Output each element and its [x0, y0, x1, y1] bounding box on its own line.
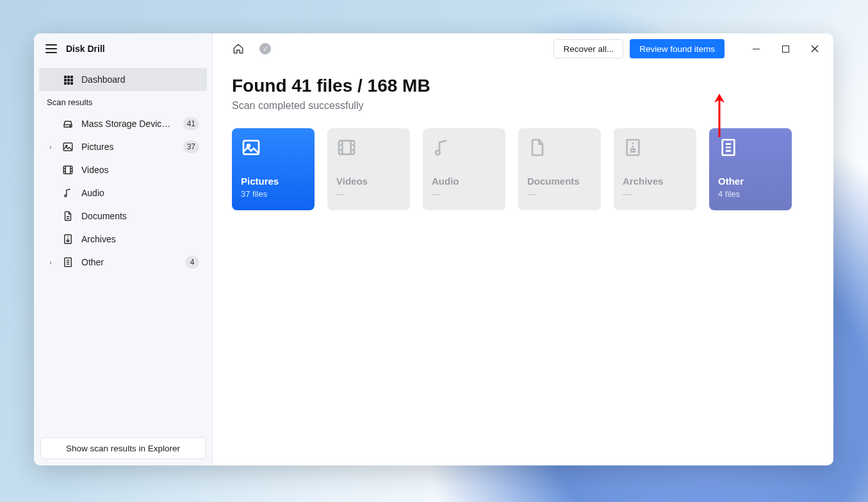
- card-subtitle: —: [623, 189, 687, 199]
- card-pictures[interactable]: Pictures 37 files: [232, 128, 315, 210]
- status-text: Scan completed successfully: [232, 100, 814, 112]
- nav-item-audio[interactable]: › Audio: [39, 181, 207, 205]
- nav-item-label: Pictures: [81, 142, 176, 152]
- card-documents[interactable]: Documents —: [518, 128, 601, 210]
- music-icon: [62, 187, 74, 199]
- home-icon[interactable]: [228, 38, 249, 59]
- nav-item-videos[interactable]: › Videos: [39, 158, 207, 181]
- close-icon[interactable]: [800, 36, 830, 62]
- nav-dashboard[interactable]: › Dashboard: [39, 68, 207, 91]
- card-title: Pictures: [241, 176, 306, 187]
- other-icon: [718, 137, 739, 158]
- nav-badge: 4: [185, 256, 199, 269]
- card-videos[interactable]: Videos —: [327, 128, 410, 210]
- card-subtitle: —: [527, 189, 592, 199]
- card-subtitle: —: [336, 189, 401, 199]
- sidebar-footer: Show scan results in Explorer: [34, 431, 212, 465]
- maximize-icon[interactable]: [771, 36, 800, 62]
- archive-icon: [623, 137, 643, 158]
- nav-item-label: Mass Storage Device USB...: [81, 119, 176, 129]
- nav-section-scan-results: Scan results: [39, 91, 207, 112]
- svg-rect-8: [782, 46, 789, 52]
- drive-icon: [62, 118, 74, 130]
- picture-icon: [241, 137, 261, 158]
- document-icon: [527, 137, 548, 158]
- titlebar: Disk Drill: [34, 33, 212, 64]
- app-window: Disk Drill › Dashboard Scan results › M: [34, 33, 833, 465]
- archive-icon: [62, 233, 74, 245]
- nav-item-pictures[interactable]: › Pictures 37: [39, 135, 207, 158]
- card-title: Documents: [527, 176, 592, 187]
- grid-icon: [62, 74, 74, 85]
- window-controls: [741, 36, 830, 62]
- svg-point-12: [436, 151, 440, 155]
- chevron-right-icon: ›: [47, 259, 54, 266]
- card-subtitle: —: [432, 189, 496, 199]
- hamburger-icon[interactable]: [45, 44, 57, 53]
- svg-point-4: [65, 195, 67, 197]
- svg-point-0: [70, 126, 71, 127]
- card-subtitle: 37 files: [241, 189, 306, 199]
- nav-item-label: Videos: [81, 165, 199, 175]
- nav-dashboard-label: Dashboard: [81, 74, 199, 85]
- nav-item-device[interactable]: › Mass Storage Device USB... 41: [39, 112, 207, 135]
- card-title: Audio: [432, 176, 496, 187]
- review-found-items-button[interactable]: Review found items: [630, 39, 725, 58]
- picture-icon: [62, 141, 74, 153]
- nav-item-label: Audio: [81, 188, 199, 198]
- other-icon: [62, 256, 74, 268]
- nav-badge: 37: [183, 140, 199, 153]
- card-title: Archives: [623, 176, 687, 187]
- show-in-explorer-button[interactable]: Show scan results in Explorer: [40, 437, 206, 459]
- card-title: Other: [718, 176, 783, 187]
- status-check-icon: ✓: [255, 38, 275, 59]
- nav-item-label: Archives: [81, 234, 199, 244]
- film-icon: [336, 137, 357, 158]
- card-audio[interactable]: Audio —: [423, 128, 505, 210]
- sidebar: Disk Drill › Dashboard Scan results › M: [34, 33, 213, 465]
- app-title: Disk Drill: [66, 44, 105, 54]
- nav-item-label: Documents: [81, 211, 199, 221]
- nav-item-documents[interactable]: › Documents: [39, 205, 207, 228]
- svg-rect-7: [753, 49, 760, 49]
- chevron-right-icon: ›: [47, 144, 54, 151]
- topbar: ✓ Recover all... Review found items: [213, 33, 833, 64]
- content: Found 41 files / 168 MB Scan completed s…: [213, 64, 833, 222]
- svg-rect-3: [63, 166, 72, 174]
- document-icon: [62, 210, 74, 222]
- card-subtitle: 4 files: [718, 189, 783, 199]
- page-title: Found 41 files / 168 MB: [232, 76, 814, 96]
- main: ✓ Recover all... Review found items Foun…: [213, 33, 833, 465]
- music-icon: [432, 137, 452, 158]
- nav-item-label: Other: [81, 257, 177, 267]
- category-cards: Pictures 37 files Videos — Audio: [232, 128, 814, 210]
- nav: › Dashboard Scan results › Mass Storage …: [34, 64, 212, 431]
- card-archives[interactable]: Archives —: [614, 128, 696, 210]
- nav-badge: 41: [183, 117, 199, 130]
- recover-all-button[interactable]: Recover all...: [553, 39, 623, 58]
- nav-item-archives[interactable]: › Archives: [39, 228, 207, 251]
- nav-item-other[interactable]: › Other 4: [39, 251, 207, 274]
- svg-rect-11: [339, 140, 354, 154]
- minimize-icon[interactable]: [741, 36, 771, 62]
- card-other[interactable]: Other 4 files: [709, 128, 792, 210]
- card-title: Videos: [336, 176, 401, 187]
- film-icon: [62, 164, 74, 176]
